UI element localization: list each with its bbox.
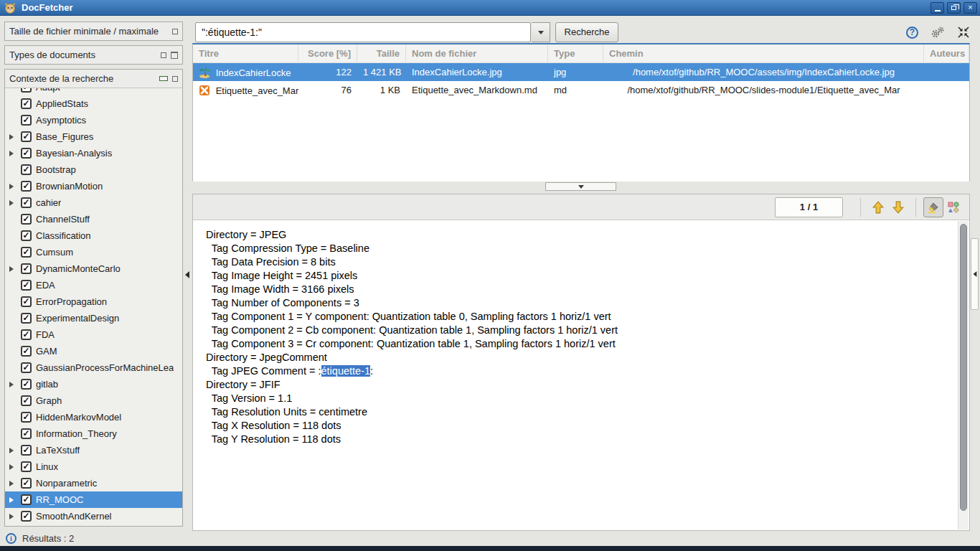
expander-icon[interactable] xyxy=(9,181,18,192)
tree-item-GaussianProcessForMachineLea[interactable]: ✓GaussianProcessForMachineLea xyxy=(5,359,182,376)
column-header-nom-de-fichier[interactable]: Nom de fichier xyxy=(406,44,548,62)
expander-icon[interactable] xyxy=(9,445,18,456)
sidebar-collapse-handle[interactable] xyxy=(185,270,191,280)
checkbox[interactable]: ✓ xyxy=(21,313,32,324)
checkbox[interactable]: ✓ xyxy=(21,412,32,423)
minimize-button[interactable] xyxy=(930,2,944,14)
checkbox[interactable]: ✓ xyxy=(21,478,32,489)
tree-item-GAM[interactable]: ✓GAM xyxy=(5,343,182,359)
tree-item-Base_Figures[interactable]: ✓Base_Figures xyxy=(5,128,182,145)
tree-item-Information_Theory[interactable]: ✓Information_Theory xyxy=(5,425,182,442)
tree-item-DynamicMonteCarlo[interactable]: ✓DynamicMonteCarlo xyxy=(5,260,182,277)
tree-item-Bootstrap[interactable]: ✓Bootstrap xyxy=(5,161,182,178)
tree-item-Linux[interactable]: ✓Linux xyxy=(5,458,182,475)
help-icon[interactable]: ? xyxy=(906,27,918,39)
checkbox[interactable]: ✓ xyxy=(21,461,32,472)
preview-collapse-handle[interactable] xyxy=(971,238,979,310)
restore-panel-icon[interactable] xyxy=(161,52,166,58)
tree-item-Classification[interactable]: ✓Classification xyxy=(5,227,182,244)
checkbox[interactable]: ✓ xyxy=(21,263,32,274)
checkbox[interactable]: ✓ xyxy=(21,131,32,142)
column-header-type[interactable]: Type xyxy=(548,44,603,62)
expander-icon[interactable] xyxy=(9,148,18,159)
column-header-titre[interactable]: Titre xyxy=(193,44,298,62)
checkbox[interactable]: ✓ xyxy=(21,98,32,109)
checkbox[interactable]: ✓ xyxy=(21,181,32,192)
maximize-panel-icon[interactable] xyxy=(171,52,178,59)
tree-item-cahier[interactable]: ✓cahier xyxy=(5,194,182,211)
scrollbar-thumb[interactable] xyxy=(960,224,967,511)
column-header-taille[interactable]: Taille xyxy=(357,44,406,62)
expander-icon[interactable] xyxy=(9,511,18,522)
tree-item-Asymptotics[interactable]: ✓Asymptotics xyxy=(5,112,182,128)
tree-item-EDA[interactable]: ✓EDA xyxy=(5,277,182,293)
tree-item-label: DynamicMonteCarlo xyxy=(36,263,121,274)
tree-item-HiddenMarkovModel[interactable]: ✓HiddenMarkovModel xyxy=(5,409,182,425)
preferences-gears-icon[interactable] xyxy=(930,26,946,39)
tree-item-ChannelStuff[interactable]: ✓ChannelStuff xyxy=(5,211,182,227)
tree-item-Bayesian-Analysis[interactable]: ✓Bayesian-Analysis xyxy=(5,145,182,161)
checkbox[interactable]: ✓ xyxy=(21,362,32,373)
tree-item-ErrorPropagation[interactable]: ✓ErrorPropagation xyxy=(5,293,182,310)
table-row[interactable]: IndexCahierLocke1221 421 KBIndexCahierLo… xyxy=(193,63,969,81)
checkbox[interactable]: ✓ xyxy=(21,494,32,505)
checkbox[interactable]: ✓ xyxy=(21,379,32,390)
tree-item-FDA[interactable]: ✓FDA xyxy=(5,326,182,343)
checkbox[interactable]: ✓ xyxy=(21,164,32,175)
tree-item-Cumsum[interactable]: ✓Cumsum xyxy=(5,244,182,260)
text-extraction-icon[interactable] xyxy=(943,197,963,217)
expander-icon[interactable] xyxy=(9,131,18,142)
splitter-collapse-button[interactable] xyxy=(545,182,616,191)
column-header-auteurs[interactable]: Auteurs xyxy=(924,44,969,62)
checkbox[interactable]: ✓ xyxy=(21,88,32,93)
checkbox[interactable]: ✓ xyxy=(21,247,32,258)
preview-scrollbar[interactable] xyxy=(958,221,969,529)
panel-document-types[interactable]: Types de documents xyxy=(4,45,183,65)
checkbox[interactable]: ✓ xyxy=(21,148,32,159)
expander-icon[interactable] xyxy=(9,478,18,489)
tree-item-Adapt[interactable]: ✓Adapt xyxy=(5,88,182,95)
expander-icon[interactable] xyxy=(9,263,18,274)
previous-occurrence-button[interactable] xyxy=(868,197,888,217)
checkbox[interactable]: ✓ xyxy=(21,346,32,357)
tree-item-AppliedStats[interactable]: ✓AppliedStats xyxy=(5,95,182,112)
highlight-toggle-button[interactable] xyxy=(923,197,943,217)
checkbox[interactable]: ✓ xyxy=(21,511,32,522)
tree-item-Nonparametric[interactable]: ✓Nonparametric xyxy=(5,475,182,491)
checkbox[interactable]: ✓ xyxy=(21,445,32,456)
checkbox[interactable]: ✓ xyxy=(21,115,32,126)
tree-item-gitlab[interactable]: ✓gitlab xyxy=(5,376,182,392)
tree-item-Graph[interactable]: ✓Graph xyxy=(5,392,182,409)
maximize-button[interactable] xyxy=(947,2,961,14)
table-row[interactable]: Etiquette_avec_Markdown761 KBEtiquette_a… xyxy=(193,81,969,99)
tree-item-BrownianMotion[interactable]: ✓BrownianMotion xyxy=(5,178,182,194)
checkbox[interactable]: ✓ xyxy=(21,214,32,225)
restore-panel-icon[interactable] xyxy=(172,76,178,82)
search-input[interactable] xyxy=(195,22,531,42)
tree-item-SmoothAndKernel[interactable]: ✓SmoothAndKernel xyxy=(5,508,182,524)
column-header-score-[interactable]: Score [%] xyxy=(298,44,357,62)
checkbox[interactable]: ✓ xyxy=(21,329,32,340)
expander-icon[interactable] xyxy=(9,379,18,390)
minimize-to-tray-icon[interactable] xyxy=(957,26,970,39)
collapse-panel-icon[interactable] xyxy=(159,76,168,81)
column-header-chemin[interactable]: Chemin xyxy=(603,44,924,62)
checkbox[interactable]: ✓ xyxy=(21,280,32,291)
search-button[interactable]: Recherche xyxy=(555,22,618,42)
tree-item-RR_MOOC[interactable]: ✓RR_MOOC xyxy=(5,491,182,508)
close-button[interactable]: × xyxy=(963,2,977,14)
checkbox[interactable]: ✓ xyxy=(21,230,32,241)
tree-item-LaTeXstuff[interactable]: ✓LaTeXstuff xyxy=(5,442,182,458)
tree-item-ExperimentalDesign[interactable]: ✓ExperimentalDesign xyxy=(5,310,182,326)
panel-file-size[interactable]: Taille de fichier minimale / maximale xyxy=(4,22,183,41)
checkbox[interactable]: ✓ xyxy=(21,197,32,208)
expander-icon[interactable] xyxy=(9,197,18,208)
expander-icon[interactable] xyxy=(9,461,18,472)
next-occurrence-button[interactable] xyxy=(888,197,908,217)
search-history-dropdown-button[interactable] xyxy=(532,22,550,42)
expander-icon[interactable] xyxy=(9,494,18,505)
restore-panel-icon[interactable] xyxy=(172,29,178,34)
checkbox[interactable]: ✓ xyxy=(21,296,32,307)
checkbox[interactable]: ✓ xyxy=(21,395,32,406)
checkbox[interactable]: ✓ xyxy=(21,428,32,439)
